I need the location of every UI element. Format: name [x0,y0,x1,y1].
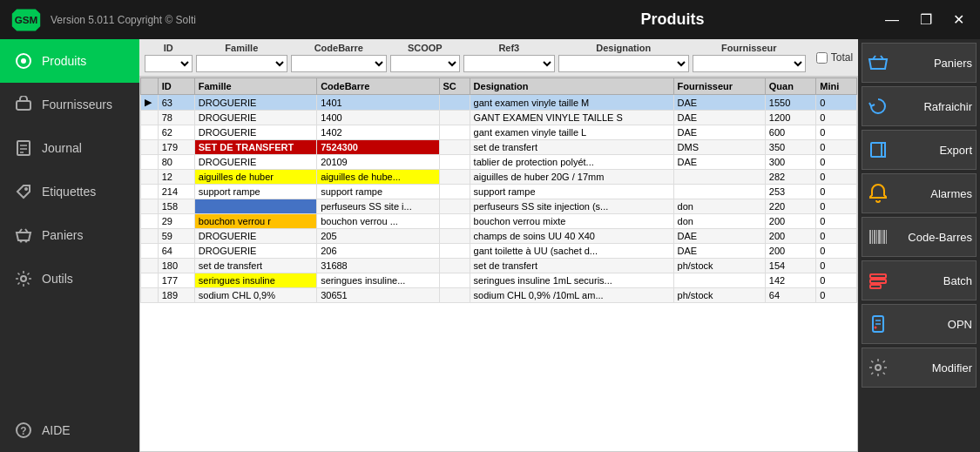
outils-icon [14,269,33,288]
table-row[interactable]: 214support rampesupport rampesupport ram… [140,185,856,199]
table-row[interactable]: 29bouchon verrou rbouchon verrou ...bouc… [140,214,856,229]
table-cell: 0 [816,125,857,140]
table-cell: DAE [673,155,765,170]
table-cell: 0 [816,244,857,259]
export-btn-label: Export [896,144,972,157]
filter-designation-select[interactable] [558,55,689,72]
sidebar-item-fournisseurs[interactable]: Fournisseurs [0,83,139,126]
table-cell: perfuseurs SS site injection (s... [470,199,673,214]
filter-ref3-select[interactable] [463,55,555,72]
svg-rect-15 [871,143,882,157]
table-cell: aiguilles de huber [194,170,316,185]
svg-rect-20 [878,230,881,244]
table-cell: 154 [765,259,815,273]
table-cell: set de transfert [194,259,316,273]
table-cell [439,185,470,199]
th-arrow [140,78,158,95]
table-cell: sodium CHL 0,9% /10mL am... [470,288,673,303]
table-cell [439,199,470,214]
filter-scoop-select[interactable] [390,55,460,72]
opn-btn-icon [866,312,890,336]
alarmes-button[interactable]: Alarmes [862,173,977,213]
sidebar-item-journal[interactable]: Journal [0,126,139,170]
filter-scoop-label: SCOOP [390,43,460,53]
filter-fournisseur-select[interactable] [693,55,806,72]
table-row[interactable]: 64DROGUERIE206gant toilette à UU (sachet… [140,244,856,259]
table-cell: 158 [158,199,194,214]
filter-designation: Designation [558,43,689,72]
filter-famille-select[interactable] [196,55,287,72]
table-cell: aiguilles de huber 20G / 17mm [470,170,673,185]
aide-icon: ? [14,421,33,440]
code-barres-button[interactable]: Code-Barres [862,217,977,257]
paniers-icon [14,226,33,245]
table-row[interactable]: 80DROGUERIE20109tablier de protection po… [140,155,856,170]
etiquettes-icon [14,182,33,201]
sidebar-item-outils[interactable]: Outils [0,257,139,300]
table-cell: SET DE TRANSFERT [194,140,316,155]
table-cell [140,229,158,244]
table-row[interactable]: 62DROGUERIE1402gant examen vinyle taille… [140,125,856,140]
paniers-button[interactable]: Paniers [862,43,977,83]
filter-codebarre-select[interactable] [291,55,387,72]
svg-rect-17 [872,230,873,244]
table-cell: 200 [765,214,815,229]
restore-button[interactable]: ❐ [915,10,937,30]
table-cell [140,273,158,288]
table-cell: DROGUERIE [194,155,316,170]
table-cell: bouchon verrou mixte [470,214,673,229]
alarmes-btn-label: Alarmes [896,187,972,200]
filter-fournisseur-label: Fournisseur [693,43,806,53]
filter-codebarre-label: CodeBarre [291,43,387,53]
table-cell [439,111,470,125]
table-cell: 0 [816,273,857,288]
table-wrapper[interactable]: ID Famille CodeBarre SC Designation Four… [140,78,857,451]
close-button[interactable]: ✕ [948,10,970,30]
table-cell: DROGUERIE [194,244,316,259]
table-cell: sodium CHL 0,9% [194,288,316,303]
sidebar-item-paniers[interactable]: Paniers [0,213,139,257]
total-checkbox[interactable] [816,52,828,64]
sidebar-item-produits[interactable]: Produits [0,39,139,83]
table-row[interactable]: 179SET DE TRANSFERT7524300set de transfe… [140,140,856,155]
rafraichir-button[interactable]: Rafraichir [862,86,977,126]
table-cell: seringues insuline... [317,273,439,288]
paniers-btn-icon [866,51,890,75]
sidebar-item-etiquettes[interactable]: Etiquettes [0,170,139,213]
main-layout: Produits Fournisseurs Journal Etiquettes… [0,39,980,452]
table-cell: 179 [158,140,194,155]
th-quan: Quan [765,78,815,95]
table-cell: 206 [317,244,439,259]
window-controls: — ❐ ✕ [880,10,970,30]
svg-rect-24 [870,274,886,278]
table-cell [140,140,158,155]
th-famille: Famille [194,78,316,95]
table-row[interactable]: ▶63DROGUERIE1401gant examen vinyle taill… [140,95,856,111]
svg-rect-22 [883,230,885,244]
th-sc: SC [439,78,470,95]
sidebar-item-aide[interactable]: ? AIDE [0,408,139,452]
table-cell: 0 [816,155,857,170]
table-row[interactable]: 78DROGUERIE1400GANT EXAMEN VINYLE TAILLE… [140,111,856,125]
svg-rect-25 [870,280,886,283]
table-cell: 189 [158,288,194,303]
table-row[interactable]: 189sodium CHL 0,9%30651sodium CHL 0,9% /… [140,288,856,303]
table-row[interactable]: 180set de transfert31688set de transfert… [140,259,856,273]
table-row[interactable]: 12aiguilles de huberaiguilles de hube...… [140,170,856,185]
export-button[interactable]: Export [862,130,977,170]
opn-btn-label: OPN [896,318,972,331]
table-row[interactable]: 177seringues insulineseringues insuline.… [140,273,856,288]
table-cell: 0 [816,229,857,244]
modifier-btn-icon [866,355,890,380]
filter-id-select[interactable] [145,55,193,72]
modifier-button[interactable]: Modifier [862,347,977,388]
table-cell: DAE [673,125,765,140]
opn-button[interactable]: OPN [862,304,977,344]
table-row[interactable]: 158perfuseurs SS site i...perfuseurs SS … [140,199,856,214]
sidebar-label-fournisseurs: Fournisseurs [42,98,112,111]
table-cell: 63 [158,95,194,111]
batch-button[interactable]: Batch [862,260,977,300]
table-cell [439,259,470,273]
minimize-button[interactable]: — [880,10,904,30]
table-row[interactable]: 59DROGUERIE205champs de soins UU 40 X40D… [140,229,856,244]
